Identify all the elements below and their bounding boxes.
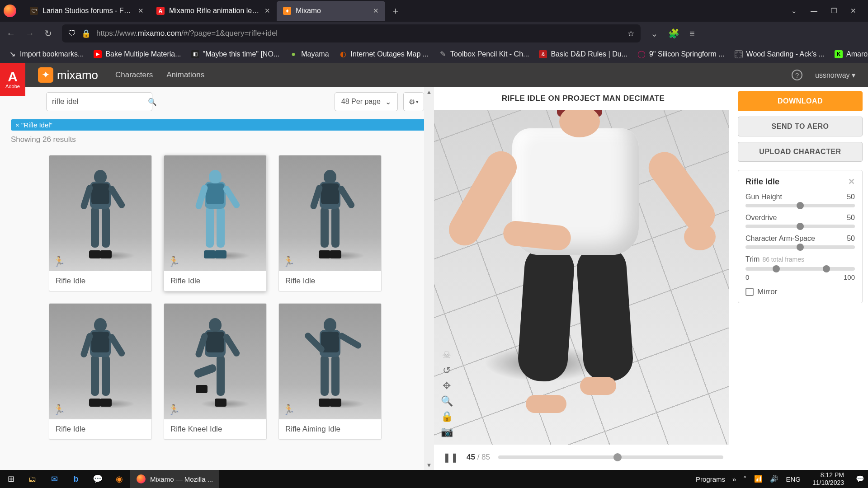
adobe-logo[interactable]: A Adobe [0,63,25,96]
scroll-up-icon[interactable]: ▲ [424,87,434,97]
blender-icon[interactable]: ◉ [108,470,130,488]
app-icon[interactable]: b [65,470,87,488]
minimize-icon[interactable]: — [811,7,817,15]
close-window-icon[interactable]: ✕ [850,7,856,15]
reset-icon[interactable]: ↺ [440,364,453,377]
bookmark-item[interactable]: ◧"Maybe this time" [NO... [191,50,280,58]
search-field[interactable] [52,97,148,106]
camera-icon[interactable]: 📷 [440,426,453,438]
start-button[interactable]: ⊞ [0,470,22,488]
chevron-down-icon[interactable]: ⌄ [791,7,797,15]
result-card[interactable]: 🏃 Rifle Idle [49,155,152,291]
scroll-down-icon[interactable]: ▼ [424,460,434,470]
slider-knob[interactable] [797,202,804,209]
url-bar[interactable]: 🛡 🔒 https://www.mixamo.com/#/?page=1&que… [62,24,641,42]
per-page-select[interactable]: 48 Per page ⌄ [335,92,398,111]
checkbox-icon[interactable] [745,288,754,296]
close-icon[interactable]: ✕ [138,7,144,15]
trim-slider[interactable] [745,267,855,271]
viewport-3d[interactable]: ☠ ↺ ✥ 🔍 🔒 📷 [434,110,729,445]
tab-0[interactable]: 🛡 Larian Studios forums - Forums ✕ [24,1,150,21]
close-icon[interactable]: ✕ [848,177,855,187]
bookmarks-bar: ↘Import bookmarks... ▶Bake Multiple Mate… [0,45,868,63]
scrollbar[interactable]: ▲ ▼ [424,87,434,470]
new-tab-button[interactable]: ＋ [391,4,401,18]
search-row: 🔍 48 Per page ⌄ ⚙▾ [0,87,434,117]
bookmark-item[interactable]: ◐Internet Outages Map ... [339,50,429,58]
result-card[interactable]: 🏃 Rifle Idle [278,155,382,291]
slider[interactable] [745,204,855,207]
mixamo-logo[interactable]: ✦ mixamo [38,67,98,83]
tab-favicon: ✦ [283,7,291,15]
tab-1[interactable]: A Mixamo Rifle animation left ha ✕ [150,1,277,21]
menu-icon[interactable]: ≡ [689,28,695,39]
bookmark-item[interactable]: ↘Import bookmarks... [8,50,84,58]
file-explorer-icon[interactable]: 🗂 [22,470,43,488]
slider-knob[interactable] [797,244,804,251]
result-card[interactable]: 🏃 Rifle Kneel Idle [164,303,267,440]
user-menu[interactable]: ussnorway ▾ [815,71,855,80]
back-button[interactable]: ← [6,28,15,39]
bookmark-item[interactable]: ▶Bake Multiple Materia... [94,50,181,58]
result-card[interactable]: 🏃 Rifle Aiming Idle [278,303,382,440]
lock-icon[interactable]: 🔒 [440,410,453,423]
trim-knob-lo[interactable] [773,265,780,272]
skull-icon[interactable]: ☠ [440,349,453,361]
download-button[interactable]: DOWNLOAD [738,91,863,111]
close-icon[interactable]: ✕ [264,7,270,15]
pocket-icon[interactable]: ⌄ [651,28,658,39]
volume-icon[interactable]: 🔊 [770,475,778,483]
move-icon[interactable]: ✥ [440,380,453,392]
slider[interactable] [745,245,855,249]
help-icon[interactable]: ? [792,70,802,80]
close-icon[interactable]: ✕ [373,7,379,15]
bookmark-star-icon[interactable]: ☆ [627,29,634,38]
bookmark-item[interactable]: &Basic D&D Rules | Du... [539,50,627,58]
clock[interactable]: 8:12 PM 11/10/2023 [808,471,849,487]
bookmark-item[interactable]: ⬚Wood Sanding - Ack's ... [735,50,825,58]
taskbar-firefox[interactable]: Mixamo — Mozilla ... [130,470,219,488]
overflow-icon[interactable]: » [732,475,736,483]
search-input[interactable]: 🔍 [46,92,152,111]
pause-button[interactable]: ❚❚ [443,452,458,463]
send-to-aero-button[interactable]: SEND TO AERO [738,117,863,136]
mirror-checkbox[interactable]: Mirror [745,287,855,296]
result-card[interactable]: 🏃 Rifle Idle [49,303,152,440]
slider-knob[interactable] [797,223,804,230]
trim-knob-hi[interactable] [823,265,830,272]
bookmark-item[interactable]: ✎Toolbox Pencil Kit - Ch... [439,50,529,58]
mail-icon[interactable]: ✉ [43,470,65,488]
shield-icon[interactable]: 🛡 [68,29,76,38]
thumb: 🏃 [164,155,266,271]
zoom-icon[interactable]: 🔍 [440,395,453,408]
nav-animations[interactable]: Animations [166,70,204,80]
notifications-icon[interactable]: 💬 [856,475,864,483]
timeline-slider[interactable] [498,455,723,459]
upload-character-button[interactable]: UPLOAD CHARACTER [738,142,863,162]
bookmark-item[interactable]: KAmaroza76 | Kick [835,50,868,58]
programs-toolbar[interactable]: Programs [696,475,725,483]
nav-characters[interactable]: Characters [115,70,153,80]
settings-button[interactable]: ⚙▾ [403,92,424,111]
filter-chip[interactable]: × "Rifle Idel" [11,119,434,131]
slider[interactable] [745,225,855,228]
wifi-icon[interactable]: 📶 [754,475,763,483]
bookmark-item[interactable]: ●Mayama [289,50,329,58]
character-model [472,119,679,408]
tab-2[interactable]: ✦ Mixamo ✕ [277,1,385,21]
lock-icon[interactable]: 🔒 [81,29,91,38]
search-icon[interactable]: 🔍 [148,98,157,106]
bookmark-item[interactable]: ◯9" Silicon Springform ... [637,50,725,58]
tray-chevron-icon[interactable]: ˄ [743,475,747,483]
trim-range: 0 100 [745,273,855,281]
mixamo-icon: ✦ [38,67,53,83]
timeline-knob[interactable] [613,453,622,461]
discord-icon[interactable]: 💬 [87,470,108,488]
run-icon: 🏃 [283,256,295,267]
card-title: Rifle Idle [279,271,381,291]
maximize-icon[interactable]: ❐ [831,7,837,15]
language-indicator[interactable]: ENG [786,475,801,483]
extensions-icon[interactable]: 🧩 [668,28,679,39]
reload-button[interactable]: ↻ [44,28,52,39]
result-card[interactable]: 🏃 Rifle Idle [164,155,267,291]
